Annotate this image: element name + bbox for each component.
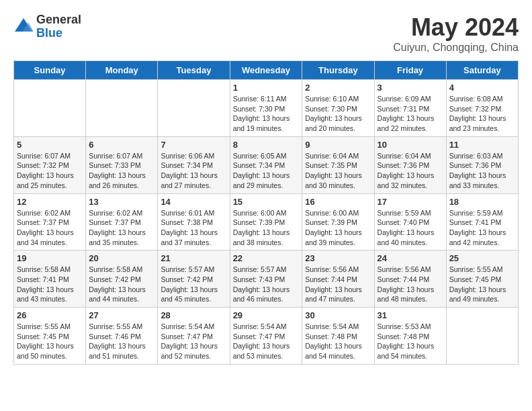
day-info: Sunrise: 6:05 AM Sunset: 7:34 PM Dayligh… [233, 151, 300, 191]
calendar-header-wednesday: Wednesday [230, 61, 302, 80]
calendar-cell: 24Sunrise: 5:56 AM Sunset: 7:44 PM Dayli… [374, 250, 446, 308]
day-number: 3 [378, 83, 443, 93]
day-number: 18 [449, 197, 515, 207]
day-number: 21 [161, 253, 226, 263]
month-title: May 2024 [393, 13, 519, 42]
calendar-cell: 10Sunrise: 6:04 AM Sunset: 7:36 PM Dayli… [374, 136, 446, 193]
day-number: 10 [378, 140, 443, 150]
day-info: Sunrise: 6:08 AM Sunset: 7:32 PM Dayligh… [449, 94, 515, 134]
day-info: Sunrise: 6:07 AM Sunset: 7:33 PM Dayligh… [89, 151, 154, 191]
day-info: Sunrise: 6:04 AM Sunset: 7:36 PM Dayligh… [378, 151, 443, 191]
calendar-cell: 23Sunrise: 5:56 AM Sunset: 7:44 PM Dayli… [302, 250, 374, 308]
calendar-cell [446, 308, 518, 365]
day-info: Sunrise: 6:04 AM Sunset: 7:35 PM Dayligh… [305, 151, 371, 191]
day-number: 29 [233, 310, 300, 320]
day-number: 24 [378, 253, 443, 263]
day-info: Sunrise: 6:03 AM Sunset: 7:36 PM Dayligh… [449, 151, 515, 191]
logo-text: General Blue [36, 13, 81, 40]
day-number: 16 [305, 197, 371, 207]
calendar-cell [86, 80, 158, 137]
day-info: Sunrise: 6:02 AM Sunset: 7:37 PM Dayligh… [17, 208, 83, 248]
logo-general: General [36, 13, 81, 27]
calendar-cell: 8Sunrise: 6:05 AM Sunset: 7:34 PM Daylig… [230, 136, 302, 193]
day-info: Sunrise: 5:56 AM Sunset: 7:44 PM Dayligh… [305, 265, 371, 304]
calendar-week-row: 26Sunrise: 5:55 AM Sunset: 7:45 PM Dayli… [14, 308, 519, 365]
day-number: 30 [305, 310, 371, 320]
calendar-header-tuesday: Tuesday [158, 61, 230, 80]
day-number: 8 [233, 140, 300, 150]
calendar-cell: 19Sunrise: 5:58 AM Sunset: 7:41 PM Dayli… [14, 250, 86, 308]
day-info: Sunrise: 5:56 AM Sunset: 7:44 PM Dayligh… [378, 265, 443, 304]
day-number: 27 [89, 310, 154, 320]
day-number: 19 [17, 253, 83, 263]
day-info: Sunrise: 6:06 AM Sunset: 7:34 PM Dayligh… [161, 151, 226, 191]
title-area: May 2024 Cuiyun, Chongqing, China [393, 13, 519, 54]
day-number: 23 [305, 253, 371, 263]
day-info: Sunrise: 5:55 AM Sunset: 7:46 PM Dayligh… [89, 322, 154, 361]
day-info: Sunrise: 6:00 AM Sunset: 7:39 PM Dayligh… [305, 208, 371, 248]
logo-blue: Blue [36, 27, 81, 40]
day-info: Sunrise: 5:55 AM Sunset: 7:45 PM Dayligh… [17, 322, 83, 361]
day-info: Sunrise: 5:58 AM Sunset: 7:42 PM Dayligh… [89, 265, 154, 304]
calendar-cell [158, 80, 230, 137]
calendar-cell: 27Sunrise: 5:55 AM Sunset: 7:46 PM Dayli… [86, 308, 158, 365]
calendar-week-row: 5Sunrise: 6:07 AM Sunset: 7:32 PM Daylig… [14, 136, 519, 193]
day-number: 11 [449, 140, 515, 150]
day-info: Sunrise: 5:59 AM Sunset: 7:40 PM Dayligh… [378, 208, 443, 248]
day-info: Sunrise: 6:01 AM Sunset: 7:38 PM Dayligh… [161, 208, 226, 248]
calendar-cell: 9Sunrise: 6:04 AM Sunset: 7:35 PM Daylig… [302, 136, 374, 193]
calendar-header-saturday: Saturday [446, 61, 518, 80]
calendar-cell: 29Sunrise: 5:54 AM Sunset: 7:47 PM Dayli… [230, 308, 302, 365]
calendar-cell: 1Sunrise: 6:11 AM Sunset: 7:30 PM Daylig… [230, 80, 302, 137]
calendar-cell: 25Sunrise: 5:55 AM Sunset: 7:45 PM Dayli… [446, 250, 518, 308]
day-number: 9 [305, 140, 371, 150]
calendar-cell: 20Sunrise: 5:58 AM Sunset: 7:42 PM Dayli… [86, 250, 158, 308]
day-number: 26 [17, 310, 83, 320]
calendar-cell: 17Sunrise: 5:59 AM Sunset: 7:40 PM Dayli… [374, 193, 446, 250]
day-number: 17 [378, 197, 443, 207]
day-number: 13 [89, 197, 154, 207]
day-info: Sunrise: 6:07 AM Sunset: 7:32 PM Dayligh… [17, 151, 83, 191]
calendar-header-thursday: Thursday [302, 61, 374, 80]
calendar-cell: 2Sunrise: 6:10 AM Sunset: 7:30 PM Daylig… [302, 80, 374, 137]
day-info: Sunrise: 5:58 AM Sunset: 7:41 PM Dayligh… [17, 265, 83, 304]
calendar-cell: 26Sunrise: 5:55 AM Sunset: 7:45 PM Dayli… [14, 308, 86, 365]
calendar-week-row: 19Sunrise: 5:58 AM Sunset: 7:41 PM Dayli… [14, 250, 519, 308]
day-info: Sunrise: 5:57 AM Sunset: 7:43 PM Dayligh… [233, 265, 300, 304]
calendar-cell: 12Sunrise: 6:02 AM Sunset: 7:37 PM Dayli… [14, 193, 86, 250]
calendar-cell [14, 80, 86, 137]
day-number: 1 [233, 83, 300, 93]
calendar-header-sunday: Sunday [14, 61, 86, 80]
day-number: 14 [161, 197, 226, 207]
calendar-cell: 3Sunrise: 6:09 AM Sunset: 7:31 PM Daylig… [374, 80, 446, 137]
day-info: Sunrise: 5:59 AM Sunset: 7:41 PM Dayligh… [449, 208, 515, 248]
calendar-cell: 18Sunrise: 5:59 AM Sunset: 7:41 PM Dayli… [446, 193, 518, 250]
day-info: Sunrise: 6:10 AM Sunset: 7:30 PM Dayligh… [305, 94, 371, 134]
day-info: Sunrise: 6:02 AM Sunset: 7:37 PM Dayligh… [89, 208, 154, 248]
day-number: 6 [89, 140, 154, 150]
calendar-cell: 4Sunrise: 6:08 AM Sunset: 7:32 PM Daylig… [446, 80, 518, 137]
calendar-cell: 7Sunrise: 6:06 AM Sunset: 7:34 PM Daylig… [158, 136, 230, 193]
calendar-cell: 15Sunrise: 6:00 AM Sunset: 7:39 PM Dayli… [230, 193, 302, 250]
calendar-cell: 30Sunrise: 5:54 AM Sunset: 7:48 PM Dayli… [302, 308, 374, 365]
calendar-cell: 16Sunrise: 6:00 AM Sunset: 7:39 PM Dayli… [302, 193, 374, 250]
calendar-cell: 5Sunrise: 6:07 AM Sunset: 7:32 PM Daylig… [14, 136, 86, 193]
day-number: 20 [89, 253, 154, 263]
calendar-cell: 28Sunrise: 5:54 AM Sunset: 7:47 PM Dayli… [158, 308, 230, 365]
calendar-header-row: SundayMondayTuesdayWednesdayThursdayFrid… [14, 61, 519, 80]
page-header: General Blue May 2024 Cuiyun, Chongqing,… [13, 13, 519, 54]
calendar-cell: 21Sunrise: 5:57 AM Sunset: 7:42 PM Dayli… [158, 250, 230, 308]
calendar-table: SundayMondayTuesdayWednesdayThursdayFrid… [13, 60, 519, 365]
logo-icon [13, 17, 34, 37]
calendar-header-friday: Friday [374, 61, 446, 80]
calendar-week-row: 1Sunrise: 6:11 AM Sunset: 7:30 PM Daylig… [14, 80, 519, 137]
day-info: Sunrise: 5:55 AM Sunset: 7:45 PM Dayligh… [449, 265, 515, 304]
day-number: 2 [305, 83, 371, 93]
day-info: Sunrise: 5:57 AM Sunset: 7:42 PM Dayligh… [161, 265, 226, 304]
calendar-cell: 31Sunrise: 5:53 AM Sunset: 7:48 PM Dayli… [374, 308, 446, 365]
day-info: Sunrise: 6:11 AM Sunset: 7:30 PM Dayligh… [233, 94, 300, 134]
day-number: 15 [233, 197, 300, 207]
day-info: Sunrise: 6:09 AM Sunset: 7:31 PM Dayligh… [378, 94, 443, 134]
calendar-cell: 11Sunrise: 6:03 AM Sunset: 7:36 PM Dayli… [446, 136, 518, 193]
logo: General Blue [13, 13, 81, 40]
